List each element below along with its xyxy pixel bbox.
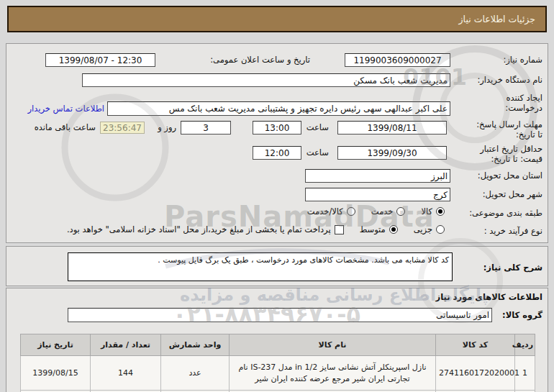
price-validity-label-line1: حداقل تاریخ اعتبار bbox=[480, 144, 542, 154]
city-field[interactable]: کرج bbox=[305, 188, 450, 201]
buyer-org-field[interactable]: مدیریت شعب بانک مسکن bbox=[82, 73, 450, 87]
cell-item-name: نازل اسپرینکلر آتش نشانی سایز 1/2 in مدل… bbox=[230, 356, 436, 391]
remaining-days-field[interactable]: 3 bbox=[181, 121, 231, 135]
radio-medium[interactable] bbox=[389, 225, 398, 234]
cell-unit: عدد bbox=[161, 356, 230, 391]
city-label: شهر محل تحویل: bbox=[483, 189, 542, 199]
process-type-group: جزیی متوسط پرداخت تمام یا بخشی از مبلغ خ… bbox=[67, 224, 445, 234]
deadline-label-line2: تا تاریخ: bbox=[476, 129, 542, 140]
items-table: ردیف کد کالا نام کالا واحد شمارش تعداد /… bbox=[20, 334, 535, 392]
need-number-field[interactable]: 1199003609000027 bbox=[345, 53, 450, 67]
deadline-date-value: 1399/08/11 bbox=[367, 123, 417, 133]
page-title: جزئیات اطلاعات نیاز bbox=[459, 14, 535, 24]
deadline-label: مهلت ارسال پاسخ: تا تاریخ: bbox=[476, 119, 542, 140]
item-group-field[interactable]: امور تاسیساتی bbox=[68, 308, 492, 322]
radio-partial-label: جزیی bbox=[414, 224, 432, 234]
radio-service[interactable] bbox=[396, 207, 405, 216]
radio-medium-label: متوسط bbox=[360, 224, 386, 234]
description-value: کد کالا مشابه می باشد. مشخصات کالاهای مو… bbox=[158, 255, 449, 265]
description-label: شرح کلی نیاز: bbox=[483, 263, 542, 273]
deadline-label-line1: مهلت ارسال پاسخ: bbox=[476, 119, 542, 129]
items-table-header-row: ردیف کد کالا نام کالا واحد شمارش تعداد /… bbox=[21, 334, 535, 356]
creator-value: علی اکبر عبدالهی سهی رئیس دایره تجهیز و … bbox=[169, 104, 448, 114]
general-description-panel: شرح کلی نیاز: کد کالا مشابه می باشد. مشخ… bbox=[6, 246, 548, 286]
creator-label-line1: ایجاد کننده bbox=[505, 93, 542, 103]
price-validity-date-field[interactable]: 1399/09/30 bbox=[337, 146, 447, 160]
radio-goods-service-label: کالا/خدمت bbox=[307, 206, 343, 216]
cell-quantity: 144 bbox=[91, 356, 161, 391]
remaining-days-value: 3 bbox=[203, 123, 209, 133]
page-title-bar: جزئیات اطلاعات نیاز bbox=[7, 6, 547, 32]
deadline-hour-label: ساعت bbox=[306, 122, 329, 132]
countdown-value: 23:56:47 bbox=[103, 123, 142, 133]
radio-goods[interactable] bbox=[436, 207, 445, 216]
required-items-panel: اطلاعات کالاهای مورد نیاز گروه کالا: امو… bbox=[6, 288, 548, 392]
price-validity-date-value: 1399/09/30 bbox=[367, 148, 417, 158]
treasury-checkbox-label: پرداخت تمام یا بخشی از مبلغ خرید،از محل … bbox=[67, 224, 331, 234]
price-validity-label: حداقل تاریخ اعتبار قیمت: تا تاریخ: bbox=[480, 144, 542, 164]
radio-partial[interactable] bbox=[436, 225, 445, 234]
buyer-org-value: مدیریت شعب بانک مسکن bbox=[353, 76, 448, 86]
price-validity-label-line2: قیمت: تا تاریخ: bbox=[480, 154, 542, 164]
price-validity-time-field[interactable]: 12:00 bbox=[253, 146, 301, 160]
col-header-row-number: ردیف bbox=[515, 334, 535, 356]
radio-service-label: خدمت bbox=[371, 206, 394, 216]
need-number-value: 1199003609000027 bbox=[353, 55, 441, 65]
province-field[interactable]: البرز bbox=[305, 169, 450, 183]
price-validity-time-value: 12:00 bbox=[265, 148, 290, 158]
city-value: کرج bbox=[433, 190, 448, 200]
countdown-timer: 23:56:47 bbox=[100, 122, 145, 134]
need-details-page: 0101 ParsNamadData پایگاه اطلاع رسانی من… bbox=[0, 0, 554, 392]
classification-label: طبقه بندی موضوعی: bbox=[469, 208, 542, 218]
province-label: استان محل تحویل: bbox=[478, 170, 542, 181]
creator-field[interactable]: علی اکبر عبدالهی سهی رئیس دایره تجهیز و … bbox=[107, 101, 450, 116]
buyer-org-label: نام دستگاه خریدار: bbox=[477, 75, 542, 85]
classification-radio-group: کالا خدمت کالا/خدمت bbox=[307, 206, 445, 216]
deadline-time-value: 13:00 bbox=[265, 123, 290, 133]
item-group-value: امور تاسیساتی bbox=[436, 310, 489, 320]
province-value: البرز bbox=[431, 171, 448, 181]
treasury-checkbox[interactable] bbox=[335, 225, 344, 234]
description-field[interactable]: کد کالا مشابه می باشد. مشخصات کالاهای مو… bbox=[68, 252, 453, 281]
need-info-panel: شماره نیاز: 1199003609000027 تاریخ و ساع… bbox=[6, 43, 548, 243]
items-table-wrapper: ردیف کد کالا نام کالا واحد شمارش تعداد /… bbox=[22, 334, 535, 392]
announce-datetime-label: تاریخ و ساعت اعلان عمومی: bbox=[210, 55, 310, 65]
price-validity-hour-label: ساعت bbox=[306, 147, 329, 158]
items-section-header: اطلاعات کالاهای مورد نیاز bbox=[436, 292, 542, 302]
creator-label: ایجاد کننده درخواست: bbox=[505, 93, 542, 113]
radio-goods-service[interactable] bbox=[347, 207, 355, 216]
item-group-label: گروه کالا: bbox=[502, 310, 542, 320]
radio-goods-label: کالا bbox=[421, 206, 432, 216]
buyer-contact-link[interactable]: اطلاعات تماس خریدار bbox=[27, 104, 104, 114]
process-type-label: نوع فرآیند خرید : bbox=[484, 226, 542, 236]
days-and-label: روز و bbox=[158, 122, 176, 132]
announce-datetime-value: 1399/08/07 - 12:30 bbox=[59, 55, 142, 65]
announce-datetime-field[interactable]: 1399/08/07 - 12:30 bbox=[45, 53, 155, 67]
col-header-need-date: تاریخ نیاز bbox=[21, 334, 91, 356]
col-header-item-code: کد کالا bbox=[436, 334, 515, 356]
col-header-unit: واحد شمارش bbox=[161, 334, 230, 356]
col-header-quantity: تعداد / مقدار bbox=[91, 334, 161, 356]
cell-need-date: 1399/08/15 bbox=[21, 356, 91, 391]
table-row: 1 2741160172020001 نازل اسپرینکلر آتش نش… bbox=[21, 356, 535, 391]
col-header-item-name: نام کالا bbox=[230, 334, 436, 356]
creator-label-line2: درخواست: bbox=[505, 103, 542, 113]
deadline-time-field[interactable]: 13:00 bbox=[253, 121, 301, 135]
cell-item-code: 2741160172020001 bbox=[436, 356, 515, 391]
deadline-date-field[interactable]: 1399/08/11 bbox=[337, 121, 447, 135]
need-number-label: شماره نیاز: bbox=[503, 55, 542, 65]
hours-remaining-label: ساعت باقی مانده bbox=[35, 122, 96, 132]
